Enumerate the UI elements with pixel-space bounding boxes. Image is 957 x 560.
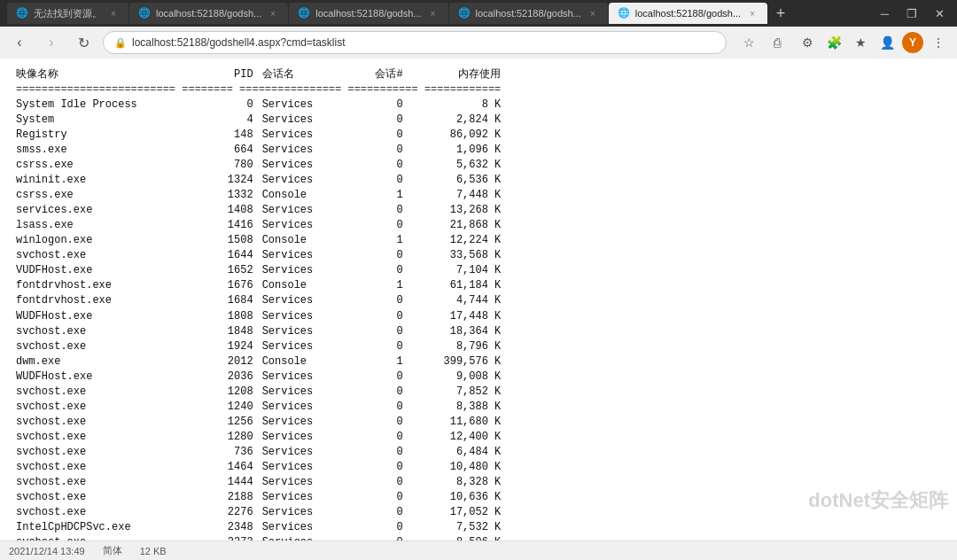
user-avatar[interactable]: Y [902,32,923,53]
tab-1[interactable]: 🌐 无法找到资源。 × [7,3,128,24]
tab-3-title: localhost:52188/godsh... [315,8,421,19]
table-row: IntelCpHDCPSvc.exe 2348 Services 0 7,532… [12,520,504,535]
table-row: svchost.exe 1464 Services 0 10,480 K [12,460,504,475]
table-row: svchost.exe 1208 Services 0 7,852 K [12,385,504,400]
table-row: svchost.exe 736 Services 0 6,484 K [12,445,504,460]
tab-5-close[interactable]: × [746,7,759,19]
url-text: localhost:52188/godshell4.aspx?cmd=taskl… [132,36,715,49]
share-icon[interactable]: ⎙ [766,31,789,54]
minimize-button[interactable]: ─ [875,5,894,22]
table-row: svchost.exe 1256 Services 0 11,680 K [12,415,504,430]
proc-pid: 2036 [194,369,258,385]
proc-mem: 86,092 K [408,128,505,143]
tab-2-title: localhost:52188/godsh... [156,8,261,19]
proc-pid: 1644 [194,248,258,263]
tab-4-close[interactable]: × [587,7,599,19]
proc-session: Services [259,490,355,505]
proc-sessnum: 0 [354,158,408,173]
col-header-session: 会话名 [259,67,355,82]
proc-name: svchost.exe [12,415,194,430]
proc-mem: 7,532 K [408,520,505,535]
extension-icon-2[interactable]: 🧩 [822,31,845,54]
proc-pid: 780 [194,158,258,173]
bookmark-star-icon[interactable]: ☆ [737,31,760,54]
table-row: WUDFHost.exe 1808 Services 0 17,448 K [12,309,504,324]
proc-mem: 7,448 K [408,188,505,203]
proc-session: Services [259,324,355,339]
proc-session: Services [259,369,355,385]
proc-sessnum: 0 [354,218,408,233]
proc-session: Services [259,415,355,430]
restore-button[interactable]: ❐ [901,5,922,22]
proc-mem: 10,480 K [408,460,505,475]
scroll-area[interactable]: 映像名称 PID 会话名 会话# 内存使用 ==================… [0,58,957,541]
url-bar[interactable]: 🔒 localhost:52188/godshell4.aspx?cmd=tas… [103,31,727,54]
proc-mem: 1,096 K [408,143,505,158]
proc-sessnum: 1 [354,233,408,248]
proc-sessnum: 1 [354,354,408,369]
proc-sessnum: 0 [354,460,408,475]
proc-name: VUDFHost.exe [12,263,194,278]
proc-name: svchost.exe [12,490,194,505]
new-tab-button[interactable]: + [768,3,793,24]
proc-name: svchost.exe [12,475,194,490]
proc-name: svchost.exe [12,248,194,263]
tab-2-close[interactable]: × [267,7,279,19]
proc-name: IntelCpHDCPSvc.exe [12,520,194,535]
proc-mem: 12,400 K [408,430,505,445]
back-button[interactable]: ‹ [7,30,32,55]
proc-sessnum: 0 [354,97,408,113]
proc-sessnum: 0 [354,309,408,324]
tab-3[interactable]: 🌐 localhost:52188/godsh... × [289,3,447,24]
forward-button[interactable]: › [39,30,64,55]
col-header-sessnum: 会话# [354,67,408,82]
table-row: winlogon.exe 1508 Console 1 12,224 K [12,233,504,248]
proc-session: Services [259,460,355,475]
tab-3-close[interactable]: × [427,7,440,19]
proc-name: services.exe [12,203,194,218]
proc-name: csrss.exe [12,158,194,173]
proc-name: svchost.exe [12,324,194,339]
proc-pid: 1464 [194,460,258,475]
table-row: csrss.exe 780 Services 0 5,632 K [12,158,504,173]
proc-mem: 4,744 K [408,293,505,308]
proc-sessnum: 0 [354,400,408,415]
table-row: fontdrvhost.exe 1676 Console 1 61,184 K [12,278,504,293]
table-row: svchost.exe 1924 Services 0 8,796 K [12,339,504,354]
proc-session: Services [259,520,355,535]
proc-pid: 1332 [194,188,258,203]
profile-icon[interactable]: 👤 [875,31,899,54]
proc-sessnum: 0 [354,369,408,385]
proc-pid: 1256 [194,415,258,430]
proc-mem: 61,184 K [408,278,505,293]
proc-mem: 7,852 K [408,385,505,400]
proc-pid: 1408 [194,203,258,218]
proc-pid: 1416 [194,218,258,233]
extension-icon-1[interactable]: ⚙ [796,31,819,54]
close-button[interactable]: ✕ [930,5,950,22]
proc-mem: 12,224 K [408,233,505,248]
extension-icon-3[interactable]: ★ [849,31,872,54]
proc-sessnum: 0 [354,293,408,308]
table-row: svchost.exe 1444 Services 0 8,328 K [12,475,504,490]
refresh-button[interactable]: ↻ [71,30,96,55]
proc-pid: 1240 [194,400,258,415]
proc-pid: 4 [194,113,258,128]
proc-mem: 6,536 K [408,173,505,188]
menu-icon[interactable]: ⋮ [927,31,950,54]
proc-sessnum: 0 [354,415,408,430]
tab-2[interactable]: 🌐 localhost:52188/godsh... × [129,3,288,24]
proc-pid: 1848 [194,324,258,339]
proc-sessnum: 0 [354,128,408,143]
proc-pid: 2012 [194,354,258,369]
tab-1-close[interactable]: × [107,7,120,19]
lock-icon: 🔒 [114,37,127,49]
proc-mem: 2,824 K [408,113,505,128]
proc-name: System Idle Process [12,97,194,113]
status-size: 12 KB [140,546,167,556]
table-row: fontdrvhost.exe 1684 Services 0 4,744 K [12,293,504,308]
proc-name: svchost.exe [12,505,194,520]
proc-sessnum: 0 [354,339,408,354]
tab-5[interactable]: 🌐 localhost:52188/godsh... × [609,3,767,24]
tab-4[interactable]: 🌐 localhost:52188/godsh... × [449,3,608,24]
